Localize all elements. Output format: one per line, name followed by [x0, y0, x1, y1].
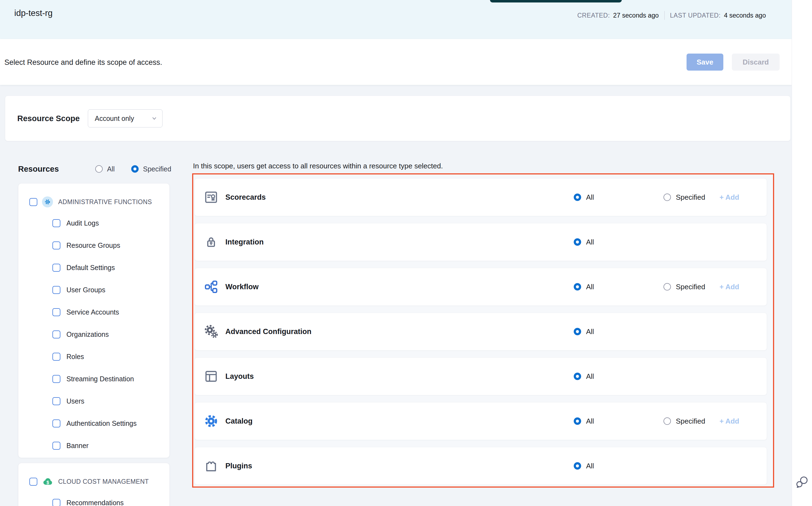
item-label: Authentication Settings	[67, 419, 137, 427]
top-accent-bar	[490, 0, 622, 2]
updated-timestamp: LAST UPDATED: 4 seconds ago	[670, 12, 766, 19]
group-header: $ CLOUD COST MANAGEMENT	[18, 463, 169, 492]
layouts-icon	[204, 369, 218, 384]
resource-list-item: Banner	[18, 435, 169, 457]
radio-icon[interactable]	[664, 194, 671, 201]
page-description: Select Resource and define its scope of …	[4, 58, 162, 67]
item-label: Streaming Destination	[67, 375, 134, 383]
resources-title: Resources	[18, 165, 59, 174]
item-checkbox[interactable]	[53, 442, 61, 450]
radio-specified[interactable]: Specified	[664, 417, 705, 425]
page-title: idp-test-rg	[14, 8, 53, 18]
radio-all[interactable]: All	[574, 238, 594, 246]
radio-all[interactable]: All	[574, 462, 594, 470]
chevron-down-icon	[151, 115, 158, 122]
resource-group-card: $ CLOUD COST MANAGEMENT Recommendations	[18, 463, 170, 506]
group-header: ADMINISTRATIVE FUNCTIONS	[18, 183, 169, 212]
timestamps: CREATED: 27 seconds ago LAST UPDATED: 4 …	[577, 11, 766, 20]
scorecards-icon	[204, 190, 218, 204]
radio-icon[interactable]	[574, 418, 581, 425]
scope-row: Layouts All	[194, 357, 767, 395]
group-items: Audit Logs Resource Groups Default Setti…	[18, 212, 169, 457]
plugins-puzzle-icon	[204, 459, 218, 473]
radio-icon[interactable]	[574, 194, 581, 201]
item-checkbox[interactable]	[53, 419, 61, 427]
radio-specified[interactable]: Specified	[664, 193, 705, 202]
group-label: ADMINISTRATIVE FUNCTIONS	[58, 198, 152, 206]
add-button[interactable]: + Add	[719, 193, 739, 202]
resources-radio-all[interactable]: All	[95, 165, 115, 173]
radio-icon[interactable]	[574, 373, 581, 380]
radio-icon[interactable]	[574, 328, 581, 335]
radio-specified[interactable]: Specified	[664, 283, 705, 291]
item-label: Service Accounts	[67, 308, 119, 316]
discard-button[interactable]: Discard	[732, 54, 780, 71]
radio-icon[interactable]	[574, 462, 581, 470]
resources-radio-specified[interactable]: Specified	[131, 165, 171, 173]
add-button[interactable]: + Add	[719, 417, 739, 425]
scope-row: Advanced Configuration All	[194, 313, 767, 350]
advanced-configuration-gears-icon	[204, 324, 218, 339]
resource-type-label: Catalog	[225, 417, 252, 425]
resource-list-item: Resource Groups	[18, 234, 169, 257]
item-checkbox[interactable]	[53, 286, 61, 294]
group-label: CLOUD COST MANAGEMENT	[58, 478, 149, 485]
resource-type-label: Layouts	[225, 372, 254, 381]
radio-icon[interactable]	[574, 238, 581, 246]
item-checkbox[interactable]	[53, 353, 61, 361]
resource-scope-label: Resource Scope	[17, 114, 80, 123]
group-items: Recommendations	[18, 492, 169, 506]
scope-description: In this scope, users get access to all r…	[193, 162, 443, 170]
resource-list-item: Service Accounts	[18, 301, 169, 323]
item-checkbox[interactable]	[53, 397, 61, 405]
created-timestamp: CREATED: 27 seconds ago	[577, 12, 659, 19]
radio-icon[interactable]	[664, 283, 671, 290]
radio-icon[interactable]	[95, 165, 103, 173]
administrative-functions-icon	[42, 196, 53, 208]
item-label: Roles	[67, 353, 84, 361]
item-checkbox[interactable]	[53, 330, 61, 338]
group-checkbox[interactable]	[29, 198, 37, 206]
resource-list-item: Authentication Settings	[18, 412, 169, 435]
resource-types-panel: Scorecards All Specified + Add Integrati…	[192, 173, 774, 488]
resource-type-label: Advanced Configuration	[225, 327, 312, 336]
timestamp-divider	[664, 11, 665, 20]
resource-type-rows: Scorecards All Specified + Add Integrati…	[194, 178, 767, 485]
group-checkbox[interactable]	[29, 478, 37, 486]
scope-row: Workflow All Specified + Add	[194, 268, 767, 306]
radio-all[interactable]: All	[574, 193, 594, 202]
support-chat-button[interactable]	[795, 475, 809, 490]
radio-icon[interactable]	[664, 418, 671, 425]
item-checkbox[interactable]	[53, 375, 61, 383]
add-button[interactable]: + Add	[719, 283, 739, 291]
radio-all[interactable]: All	[574, 417, 594, 425]
item-label: Banner	[67, 442, 89, 450]
item-label: Resource Groups	[67, 242, 120, 249]
resource-list-item: Default Settings	[18, 257, 169, 279]
right-utility-strip	[792, 0, 812, 506]
resource-type-label: Plugins	[225, 462, 252, 470]
item-checkbox[interactable]	[53, 499, 61, 506]
save-button[interactable]: Save	[687, 54, 723, 71]
radio-all[interactable]: All	[574, 283, 594, 291]
item-label: Audit Logs	[67, 219, 99, 227]
item-checkbox[interactable]	[53, 308, 61, 316]
radio-all[interactable]: All	[574, 327, 594, 336]
resource-group-card: ADMINISTRATIVE FUNCTIONS Audit Logs Reso…	[18, 183, 170, 458]
resource-list-item: Streaming Destination	[18, 368, 169, 390]
radio-icon[interactable]	[131, 165, 139, 173]
lock-icon	[204, 235, 218, 249]
dollar-glyph: $	[46, 480, 49, 485]
workflow-icon	[204, 280, 218, 294]
action-bar: Select Resource and define its scope of …	[0, 39, 792, 85]
item-label: Organizations	[67, 330, 109, 338]
item-checkbox[interactable]	[53, 264, 61, 272]
radio-all[interactable]: All	[574, 372, 594, 381]
scope-row: Integration All	[194, 223, 767, 261]
item-label: Default Settings	[67, 264, 115, 272]
resource-list-item: Roles	[18, 346, 169, 368]
item-checkbox[interactable]	[53, 219, 61, 227]
resource-scope-select[interactable]: Account only	[88, 109, 163, 128]
item-checkbox[interactable]	[53, 242, 61, 249]
radio-icon[interactable]	[574, 283, 581, 290]
